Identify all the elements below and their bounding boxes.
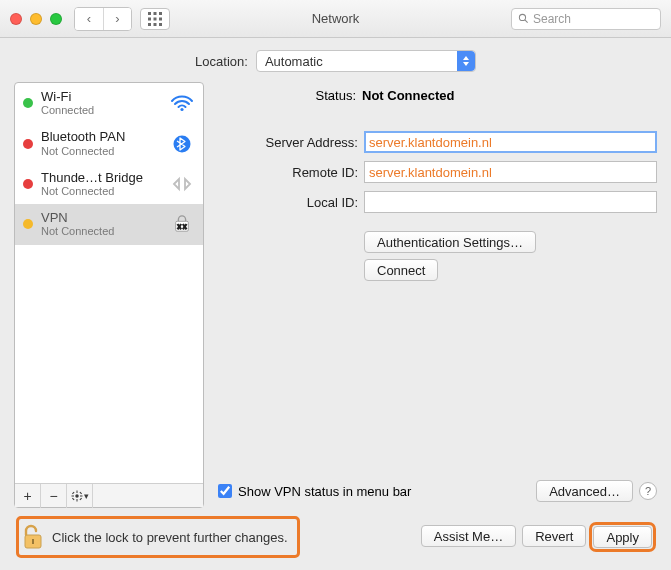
status-value: Not Connected: [362, 88, 454, 103]
zoom-window-button[interactable]: [50, 13, 62, 25]
lock-message[interactable]: Click the lock to prevent further change…: [18, 518, 298, 556]
advanced-button[interactable]: Advanced…: [536, 480, 633, 502]
titlebar: ‹ › Network Search: [0, 0, 671, 38]
sidebar-item-status: Not Connected: [41, 185, 161, 197]
status-dot-icon: [23, 98, 33, 108]
svg-rect-0: [148, 12, 151, 15]
svg-rect-22: [80, 495, 83, 496]
svg-rect-23: [72, 491, 74, 493]
thunderbolt-bridge-icon: [169, 175, 195, 193]
svg-rect-6: [148, 23, 151, 26]
svg-rect-1: [154, 12, 157, 15]
server-address-label: Server Address:: [218, 135, 358, 150]
window-title: Network: [312, 11, 360, 26]
forward-button[interactable]: ›: [103, 8, 131, 30]
svg-rect-28: [32, 539, 34, 544]
search-input[interactable]: Search: [511, 8, 661, 30]
svg-rect-8: [159, 23, 162, 26]
lock-message-text: Click the lock to prevent further change…: [52, 530, 288, 545]
server-address-field[interactable]: [364, 131, 657, 153]
svg-line-10: [525, 20, 528, 23]
svg-rect-19: [76, 490, 77, 493]
apply-callout: Apply: [592, 525, 653, 549]
svg-rect-2: [159, 12, 162, 15]
location-label: Location:: [195, 54, 248, 69]
svg-rect-5: [159, 17, 162, 20]
show-vpn-menubar-checkbox[interactable]: [218, 484, 232, 498]
search-placeholder: Search: [533, 12, 571, 26]
search-icon: [518, 13, 529, 24]
sidebar-item-vpn[interactable]: VPN Not Connected: [15, 204, 203, 244]
svg-point-11: [180, 108, 183, 111]
minimize-window-button[interactable]: [30, 13, 42, 25]
sidebar-item-label: Wi-Fi: [41, 90, 161, 104]
svg-point-9: [519, 14, 525, 20]
remote-id-field[interactable]: [364, 161, 657, 183]
status-dot-icon: [23, 219, 33, 229]
svg-rect-13: [176, 222, 189, 232]
svg-rect-7: [154, 23, 157, 26]
sidebar-item-wifi[interactable]: Wi-Fi Connected: [15, 83, 203, 123]
svg-rect-21: [71, 495, 74, 496]
status-label: Status:: [296, 88, 356, 103]
remove-service-button[interactable]: −: [41, 484, 67, 508]
svg-rect-3: [148, 17, 151, 20]
main-panel: Status: Not Connected Server Address: Re…: [218, 82, 657, 508]
sidebar-item-status: Not Connected: [41, 145, 161, 157]
add-service-button[interactable]: +: [15, 484, 41, 508]
local-id-field[interactable]: [364, 191, 657, 213]
apply-button[interactable]: Apply: [593, 526, 652, 548]
grid-icon: [148, 12, 162, 26]
vpn-icon: [169, 215, 195, 233]
sidebar-item-status: Connected: [41, 104, 161, 116]
sidebar-item-label: VPN: [41, 211, 161, 225]
bluetooth-icon: [169, 135, 195, 153]
status-dot-icon: [23, 139, 33, 149]
show-all-button[interactable]: [140, 8, 170, 30]
wifi-icon: [169, 94, 195, 112]
nav-buttons: ‹ ›: [74, 7, 132, 31]
svg-point-18: [75, 494, 79, 498]
sidebar-item-thunderbolt-bridge[interactable]: Thunde…t Bridge Not Connected: [15, 164, 203, 204]
sidebar-item-status: Not Connected: [41, 225, 161, 237]
help-button[interactable]: ?: [639, 482, 657, 500]
svg-rect-24: [79, 497, 81, 499]
svg-rect-26: [79, 491, 81, 493]
svg-rect-4: [154, 17, 157, 20]
sidebar-item-bluetooth-pan[interactable]: Bluetooth PAN Not Connected: [15, 123, 203, 163]
services-sidebar: Wi-Fi Connected Bluetooth PAN Not Connec…: [14, 82, 204, 508]
local-id-label: Local ID:: [218, 195, 358, 210]
select-arrows-icon: [457, 51, 475, 71]
authentication-settings-button[interactable]: Authentication Settings…: [364, 231, 536, 253]
revert-button[interactable]: Revert: [522, 525, 586, 547]
close-window-button[interactable]: [10, 13, 22, 25]
location-select[interactable]: Automatic: [256, 50, 476, 72]
service-actions-button[interactable]: [67, 484, 93, 508]
remote-id-label: Remote ID:: [218, 165, 358, 180]
lock-open-icon: [22, 524, 44, 550]
assist-me-button[interactable]: Assist Me…: [421, 525, 516, 547]
sidebar-item-label: Thunde…t Bridge: [41, 171, 161, 185]
sidebar-item-label: Bluetooth PAN: [41, 130, 161, 144]
location-value: Automatic: [265, 54, 323, 69]
back-button[interactable]: ‹: [75, 8, 103, 30]
svg-rect-20: [76, 499, 77, 502]
show-vpn-menubar-label: Show VPN status in menu bar: [238, 484, 411, 499]
svg-rect-25: [72, 497, 74, 499]
connect-button[interactable]: Connect: [364, 259, 438, 281]
status-dot-icon: [23, 179, 33, 189]
gear-icon: [71, 490, 83, 502]
